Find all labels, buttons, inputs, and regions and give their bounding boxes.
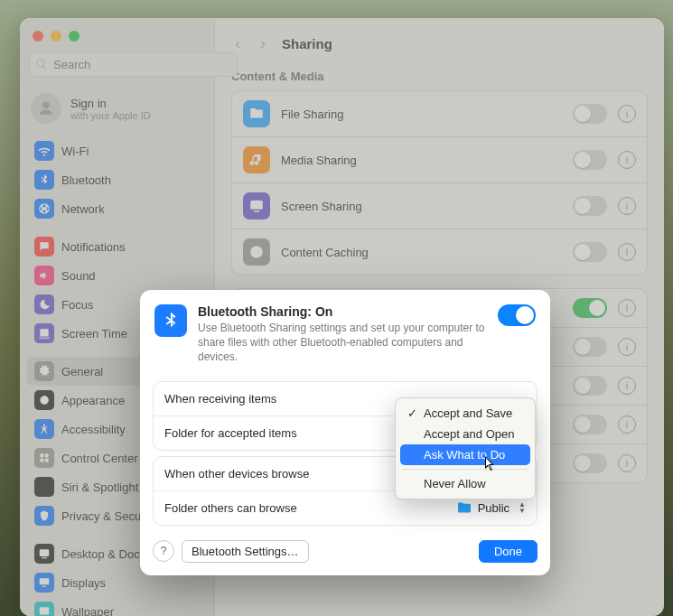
menu-option-label: Never Allow — [424, 477, 486, 490]
browse-folder-select[interactable]: Public ▲▼ — [456, 501, 526, 515]
cursor-icon — [484, 455, 497, 474]
menu-option-label: Accept and Open — [424, 427, 514, 441]
menu-option[interactable]: Ask What to Do — [400, 444, 530, 465]
bluetooth-icon — [154, 304, 187, 337]
folder-icon — [456, 501, 472, 514]
help-button[interactable]: ? — [153, 540, 174, 562]
browse-folder-value: Public — [478, 501, 509, 515]
menu-option[interactable]: Accept and Open — [400, 424, 530, 444]
menu-option-label: Accept and Save — [424, 406, 512, 420]
check-icon: ✓ — [406, 406, 418, 420]
menu-option[interactable]: Never Allow — [400, 473, 530, 494]
bluetooth-settings-button[interactable]: Bluetooth Settings… — [182, 540, 309, 563]
done-button[interactable]: Done — [479, 540, 537, 563]
bluetooth-sharing-toggle[interactable] — [498, 304, 536, 326]
sheet-title: Bluetooth Sharing: On — [198, 304, 487, 319]
stepper-icon: ▲▼ — [519, 501, 526, 514]
receiving-items-menu: ✓Accept and SaveAccept and OpenAsk What … — [395, 397, 536, 499]
sheet-description: Use Bluetooth Sharing settings and set u… — [198, 321, 487, 365]
menu-option[interactable]: ✓Accept and Save — [400, 403, 530, 424]
browse-folder-label: Folder others can browse — [164, 501, 456, 515]
